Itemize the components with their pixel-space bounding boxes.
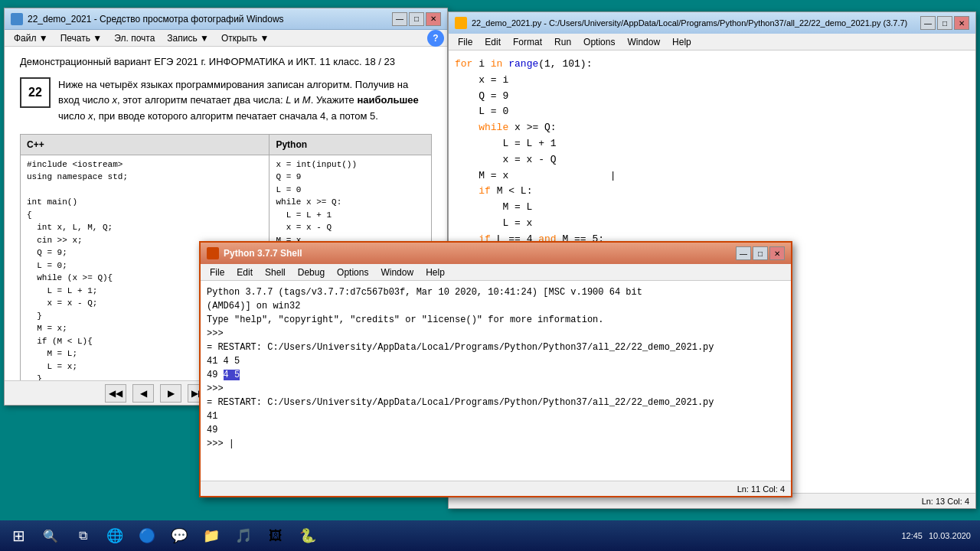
media-icon: 🎵 (235, 527, 252, 544)
shell-restart2: = RESTART: C:/Users/University/AppData/L… (207, 396, 785, 409)
editor-menu-format[interactable]: Format (507, 37, 548, 47)
shell-output2-line2: 49 (207, 423, 785, 437)
taskbar-photos[interactable]: 🖼 (260, 522, 291, 549)
code-line-1: for i in range(1, 101): (455, 57, 969, 73)
python-icon: 🐍 (299, 527, 316, 544)
shell-statusbar: Ln: 11 Col: 4 (201, 481, 791, 496)
shell-menu-shell[interactable]: Shell (259, 267, 292, 278)
editor-menu-edit[interactable]: Edit (479, 37, 507, 47)
editor-icon (455, 17, 467, 29)
shell-cursor[interactable] (229, 439, 234, 449)
code-line-10: M = L (455, 200, 969, 216)
taskbar-date: 10.03.2020 (929, 531, 971, 540)
taskbar-media[interactable]: 🎵 (228, 522, 259, 549)
taskbar: ⊞ 🔍 ⧉ 🌐 🔵 💬 📁 🎵 🖼 🐍 12:45 10.03.2020 (0, 520, 980, 551)
photo-viewer-titlebar: 22_demo_2021 - Средство просмотра фотогр… (5, 8, 447, 30)
editor-close[interactable]: ✕ (954, 16, 969, 30)
shell-close[interactable]: ✕ (769, 246, 785, 260)
shell-menu-help[interactable]: Help (420, 267, 451, 278)
shell-icon (207, 247, 219, 259)
shell-menu-window[interactable]: Window (374, 267, 420, 278)
editor-controls: — □ ✕ (920, 16, 969, 30)
code-line-6: L = L + 1 (455, 136, 969, 152)
nav-back[interactable]: ◀ (132, 384, 154, 403)
shell-prompt3: >>> (207, 437, 785, 451)
shell-menu-file[interactable]: File (204, 267, 230, 278)
code-line-4: L = 0 (455, 104, 969, 120)
python-header: Python (270, 134, 432, 155)
shell-platform-line: (AMD64)] on win32 (207, 299, 785, 313)
taskbar-chrome[interactable]: 🔵 (132, 522, 162, 549)
help-icon[interactable]: ? (427, 30, 444, 47)
shell-menu-debug[interactable]: Debug (292, 267, 331, 278)
code-line-11: L = x (455, 216, 969, 232)
search-icon: 🔍 (43, 529, 58, 543)
shell-minimize[interactable]: — (736, 246, 751, 260)
menu-file[interactable]: Файл ▼ (8, 33, 54, 44)
discord-icon: 💬 (171, 527, 188, 544)
editor-minimize[interactable]: — (920, 16, 936, 30)
code-line-3: Q = 9 (455, 89, 969, 105)
shell-controls: — □ ✕ (736, 246, 785, 260)
shell-maximize[interactable]: □ (753, 246, 768, 260)
python-shell-window: Python 3.7.7 Shell — □ ✕ File Edit Shell… (199, 241, 792, 497)
nav-forward[interactable]: ▶ (160, 384, 181, 403)
shell-content[interactable]: Python 3.7.7 (tags/v3.7.7:d7c567b03f, Ma… (201, 281, 791, 481)
problem-description: Ниже на четырёх языках программирования … (58, 77, 432, 125)
explorer-icon: 📁 (203, 527, 220, 544)
editor-menu-options[interactable]: Options (577, 37, 621, 47)
nav-prev[interactable]: ◀◀ (105, 384, 126, 403)
taskbar-explorer[interactable]: 📁 (196, 522, 227, 549)
shell-output2-line1: 41 (207, 409, 785, 423)
shell-menubar: File Edit Shell Debug Options Window Hel… (201, 264, 791, 281)
taskbar-right: 12:45 10.03.2020 (901, 531, 977, 540)
menu-record[interactable]: Запись ▼ (161, 33, 215, 44)
minimize-button[interactable]: — (392, 12, 407, 26)
taskbar-discord[interactable]: 💬 (164, 522, 194, 549)
edge-icon: 🌐 (106, 527, 123, 544)
shell-status: Ln: 11 Col: 4 (737, 484, 785, 494)
taskbar-time: 12:45 (901, 531, 923, 540)
shell-output1-line2: 49 4 5 (207, 368, 785, 382)
shell-help-line: Type "help", "copyright", "credits" or "… (207, 313, 785, 327)
editor-menu-file[interactable]: File (452, 37, 479, 47)
code-line-9: if M < L: (455, 184, 969, 200)
code-line-8: M = x | (455, 168, 969, 184)
taskbar-python[interactable]: 🐍 (292, 522, 323, 549)
menu-open[interactable]: Открыть ▼ (215, 33, 275, 44)
shell-version-line: Python 3.7.7 (tags/v3.7.7:d7c567b03f, Ma… (207, 285, 785, 299)
editor-menu-window[interactable]: Window (621, 37, 666, 47)
editor-menu-run[interactable]: Run (548, 37, 577, 47)
menu-email[interactable]: Эл. почта (108, 33, 161, 44)
windows-logo-icon: ⊞ (12, 527, 25, 545)
shell-menu-options[interactable]: Options (331, 267, 374, 278)
shell-output1-line1: 41 4 5 (207, 354, 785, 368)
shell-titlebar: Python 3.7.7 Shell — □ ✕ (201, 243, 791, 264)
taskbar-search[interactable]: 🔍 (35, 522, 66, 549)
highlight-45: 4 5 (224, 370, 240, 380)
photos-icon: 🖼 (269, 528, 283, 544)
chrome-icon: 🔵 (139, 527, 155, 544)
editor-menu-help[interactable]: Help (666, 37, 697, 47)
menu-print[interactable]: Печать ▼ (54, 33, 109, 44)
maximize-button[interactable]: □ (409, 12, 424, 26)
exam-title: Демонстрационный вариант ЕГЭ 2021 г. ИНФ… (20, 54, 395, 70)
shell-menu-edit[interactable]: Edit (230, 267, 259, 278)
photo-viewer-controls: — □ ✕ (392, 12, 441, 26)
code-line-5: while x >= Q: (455, 120, 969, 136)
problem-text-content: Ниже на четырёх языках программирования … (58, 79, 419, 122)
editor-status: Ln: 13 Col: 4 (922, 497, 969, 506)
editor-menubar: File Edit Format Run Options Window Help (449, 34, 975, 51)
editor-maximize[interactable]: □ (937, 16, 952, 30)
taskbar-edge[interactable]: 🌐 (100, 522, 130, 549)
problem-number: 22 (20, 77, 51, 108)
shell-prompt1: >>> (207, 327, 785, 341)
photo-viewer-menubar: Файл ▼ Печать ▼ Эл. почта Запись ▼ Откры… (5, 30, 447, 47)
start-button[interactable]: ⊞ (3, 522, 34, 549)
close-button[interactable]: ✕ (426, 12, 441, 26)
shell-restart1: = RESTART: C:/Users/University/AppData/L… (207, 341, 785, 354)
taskbar-task-view[interactable]: ⧉ (67, 522, 98, 549)
photo-viewer-icon (11, 13, 23, 25)
task-view-icon: ⧉ (79, 529, 87, 543)
shell-title: Python 3.7.7 Shell (224, 248, 736, 259)
